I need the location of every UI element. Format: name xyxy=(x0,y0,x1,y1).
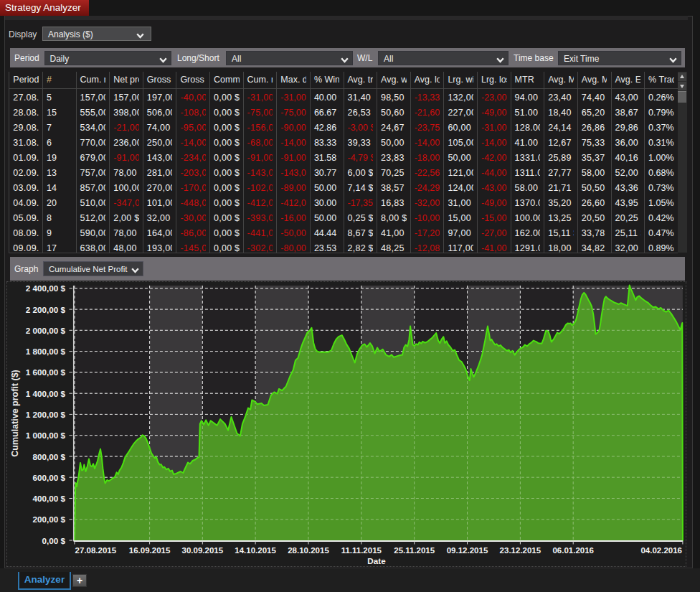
svg-text:Date: Date xyxy=(367,556,386,565)
svg-text:600,00 $: 600,00 $ xyxy=(32,473,65,482)
svg-text:06.01.2016: 06.01.2016 xyxy=(552,546,594,555)
svg-text:1 000,00 $: 1 000,00 $ xyxy=(26,431,66,440)
svg-text:1 800,00 $: 1 800,00 $ xyxy=(26,347,66,356)
svg-text:16.09.2015: 16.09.2015 xyxy=(129,546,171,555)
svg-text:2 400,00 $: 2 400,00 $ xyxy=(26,283,66,293)
svg-text:800,00 $: 800,00 $ xyxy=(32,452,65,461)
svg-text:09.12.2015: 09.12.2015 xyxy=(447,546,488,555)
svg-text:200,00 $: 200,00 $ xyxy=(32,515,65,524)
svg-text:0,00 $: 0,00 $ xyxy=(42,536,65,545)
svg-text:23.12.2015: 23.12.2015 xyxy=(500,546,541,555)
svg-text:2 200,00 $: 2 200,00 $ xyxy=(26,305,66,314)
svg-text:04.02.2016: 04.02.2016 xyxy=(640,546,682,555)
svg-text:1 200,00 $: 1 200,00 $ xyxy=(26,410,66,419)
svg-text:27.08.2015: 27.08.2015 xyxy=(75,546,117,555)
svg-text:25.11.2015: 25.11.2015 xyxy=(394,546,435,555)
svg-text:11.11.2015: 11.11.2015 xyxy=(341,546,382,555)
svg-text:14.10.2015: 14.10.2015 xyxy=(235,546,276,555)
svg-text:1 600,00 $: 1 600,00 $ xyxy=(26,367,66,377)
svg-text:1 400,00 $: 1 400,00 $ xyxy=(26,389,66,398)
svg-text:400,00 $: 400,00 $ xyxy=(32,494,65,503)
svg-text:30.09.2015: 30.09.2015 xyxy=(182,546,224,555)
svg-text:Cumulative profit ($): Cumulative profit ($) xyxy=(10,370,20,457)
svg-text:2 000,00 $: 2 000,00 $ xyxy=(26,326,66,335)
svg-text:28.10.2015: 28.10.2015 xyxy=(288,546,329,555)
